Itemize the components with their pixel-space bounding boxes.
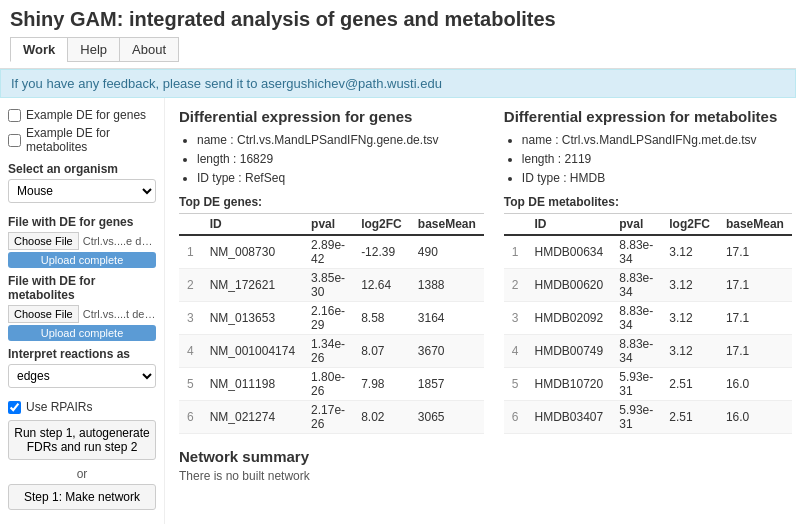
file-de-metabolites-row: Choose File Ctrl.vs....t de.tsv — [8, 305, 156, 323]
row-pval: 8.83e-34 — [611, 301, 661, 334]
nav-work[interactable]: Work — [10, 37, 68, 62]
metabolites-meta: name : Ctrl.vs.MandLPSandIFNg.met.de.tsv… — [504, 131, 792, 189]
run-step1-autogenerate-button[interactable]: Run step 1, autogenerate FDRs and run st… — [8, 420, 156, 460]
network-summary-title: Network summary — [179, 448, 792, 465]
row-basemean: 17.1 — [718, 268, 792, 301]
met-col-num — [504, 213, 527, 235]
feedback-bar: If you have any feedback, please send it… — [0, 69, 796, 98]
table-row: 6 NM_021274 2.17e-26 8.02 3065 — [179, 400, 484, 433]
nav-bar: Work Help About — [10, 37, 786, 62]
row-log2fc: 8.02 — [353, 400, 410, 433]
table-row: 5 NM_011198 1.80e-26 7.98 1857 — [179, 367, 484, 400]
row-id: NM_013653 — [202, 301, 303, 334]
file-genes-name: Ctrl.vs....e de.tsv — [83, 235, 156, 247]
genes-meta-name: name : Ctrl.vs.MandLPSandIFNg.gene.de.ts… — [197, 131, 484, 150]
table-row: 6 HMDB03407 5.93e-31 2.51 16.0 — [504, 400, 792, 433]
row-num: 4 — [179, 334, 202, 367]
table-row: 4 HMDB00749 8.83e-34 3.12 17.1 — [504, 334, 792, 367]
nav-about[interactable]: About — [119, 37, 179, 62]
row-log2fc: 3.12 — [661, 334, 718, 367]
row-basemean: 17.1 — [718, 301, 792, 334]
row-basemean: 17.1 — [718, 334, 792, 367]
step1-make-network-button[interactable]: Step 1: Make network — [8, 484, 156, 510]
or-divider: or — [8, 467, 156, 481]
row-pval: 8.83e-34 — [611, 334, 661, 367]
metabolites-section-title: Differential expression for metabolites — [504, 108, 792, 125]
app-title: Shiny GAM: integrated analysis of genes … — [10, 8, 786, 31]
example-de-metabolites-row: Example DE for metabolites — [8, 126, 156, 154]
genes-col-id: ID — [202, 213, 303, 235]
table-row: 3 HMDB02092 8.83e-34 3.12 17.1 — [504, 301, 792, 334]
interpret-select[interactable]: edges nodes — [8, 364, 156, 388]
row-log2fc: 2.51 — [661, 400, 718, 433]
metabolites-meta-length: length : 2119 — [522, 150, 792, 169]
row-basemean: 3670 — [410, 334, 484, 367]
met-col-basemean: baseMean — [718, 213, 792, 235]
row-basemean: 16.0 — [718, 367, 792, 400]
row-num: 1 — [504, 235, 527, 269]
metabolites-table-label: Top DE metabolites: — [504, 195, 792, 209]
example-de-genes-row: Example DE for genes — [8, 108, 156, 122]
content-area: Differential expression for genes name :… — [165, 98, 796, 524]
row-basemean: 1388 — [410, 268, 484, 301]
metabolites-meta-idtype: ID type : HMDB — [522, 169, 792, 188]
genes-meta-length: length : 16829 — [197, 150, 484, 169]
app-header: Shiny GAM: integrated analysis of genes … — [0, 0, 796, 69]
row-id: HMDB03407 — [527, 400, 612, 433]
metabolites-meta-name: name : Ctrl.vs.MandLPSandIFNg.met.de.tsv — [522, 131, 792, 150]
choose-file-metabolites-button[interactable]: Choose File — [8, 305, 79, 323]
example-de-metabolites-checkbox[interactable] — [8, 134, 21, 147]
file-de-metabolites-label: File with DE for metabolites — [8, 274, 156, 302]
genes-section: Differential expression for genes name :… — [179, 108, 484, 434]
choose-file-genes-button[interactable]: Choose File — [8, 232, 79, 250]
row-basemean: 490 — [410, 235, 484, 269]
interpret-label: Interpret reactions as — [8, 347, 156, 361]
example-de-genes-checkbox[interactable] — [8, 109, 21, 122]
row-num: 4 — [504, 334, 527, 367]
genes-section-title: Differential expression for genes — [179, 108, 484, 125]
row-id: NM_011198 — [202, 367, 303, 400]
row-id: NM_021274 — [202, 400, 303, 433]
upload-metabolites-complete: Upload complete — [8, 325, 156, 341]
row-num: 6 — [504, 400, 527, 433]
row-log2fc: 2.51 — [661, 367, 718, 400]
row-log2fc: 12.64 — [353, 268, 410, 301]
row-id: HMDB02092 — [527, 301, 612, 334]
table-row: 1 HMDB00634 8.83e-34 3.12 17.1 — [504, 235, 792, 269]
use-rpairs-row: Use RPAIRs — [8, 400, 156, 414]
genes-col-log2fc: log2FC — [353, 213, 410, 235]
table-row: 2 NM_172621 3.85e-30 12.64 1388 — [179, 268, 484, 301]
network-summary-section: Network summary There is no built networ… — [179, 448, 792, 483]
row-num: 1 — [179, 235, 202, 269]
row-id: NM_008730 — [202, 235, 303, 269]
content-top: Differential expression for genes name :… — [179, 108, 792, 434]
table-row: 1 NM_008730 2.89e-42 -12.39 490 — [179, 235, 484, 269]
use-rpairs-checkbox[interactable] — [8, 401, 21, 414]
row-num: 2 — [179, 268, 202, 301]
row-log2fc: 8.58 — [353, 301, 410, 334]
upload-genes-complete: Upload complete — [8, 252, 156, 268]
row-log2fc: 7.98 — [353, 367, 410, 400]
row-log2fc: 3.12 — [661, 268, 718, 301]
example-de-genes-label: Example DE for genes — [26, 108, 146, 122]
row-pval: 3.85e-30 — [303, 268, 353, 301]
genes-meta: name : Ctrl.vs.MandLPSandIFNg.gene.de.ts… — [179, 131, 484, 189]
row-id: NM_001004174 — [202, 334, 303, 367]
row-basemean: 16.0 — [718, 400, 792, 433]
met-col-log2fc: log2FC — [661, 213, 718, 235]
table-row: 5 HMDB10720 5.93e-31 2.51 16.0 — [504, 367, 792, 400]
row-log2fc: 3.12 — [661, 235, 718, 269]
nav-help[interactable]: Help — [67, 37, 120, 62]
row-pval: 2.17e-26 — [303, 400, 353, 433]
genes-col-pval: pval — [303, 213, 353, 235]
organism-select[interactable]: Mouse Human Rat — [8, 179, 156, 203]
use-rpairs-label: Use RPAIRs — [26, 400, 92, 414]
row-pval: 8.83e-34 — [611, 268, 661, 301]
sidebar: Example DE for genes Example DE for meta… — [0, 98, 165, 524]
table-row: 2 HMDB00620 8.83e-34 3.12 17.1 — [504, 268, 792, 301]
feedback-text: If you have any feedback, please send it… — [11, 76, 442, 91]
genes-meta-idtype: ID type : RefSeq — [197, 169, 484, 188]
row-num: 2 — [504, 268, 527, 301]
select-organism-label: Select an organism — [8, 162, 156, 176]
row-id: HMDB00620 — [527, 268, 612, 301]
